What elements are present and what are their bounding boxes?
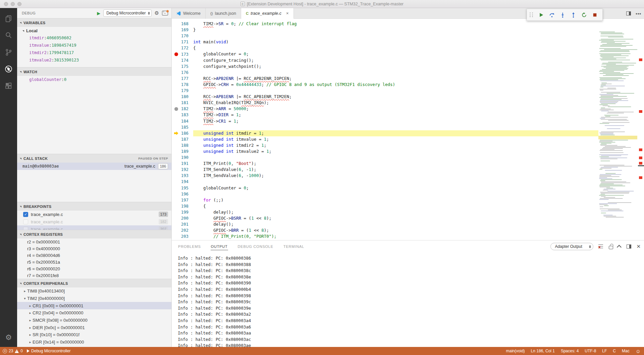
code-text[interactable]: ITM_Print(0, "Boot"); xyxy=(193,161,598,167)
code-text[interactable]: { xyxy=(193,203,598,209)
code-line[interactable]: 184 TIM2->CR1 = 1; xyxy=(172,118,598,124)
peripheral-register-row[interactable]: ▸SR [0x10] = 0x0000001f xyxy=(17,331,171,339)
variables-section-header[interactable]: VARIABLES xyxy=(17,18,171,27)
encoding[interactable]: UTF-8 xyxy=(585,349,596,353)
peripheral-row[interactable]: ▾TIM2 [0x40000000] xyxy=(17,295,171,302)
code-line[interactable]: 172{ xyxy=(172,45,598,51)
code-text[interactable]: ITM_SendValue(6, -1); xyxy=(193,167,598,173)
code-text[interactable]: globalCounter = 0; xyxy=(193,51,598,57)
settings-gear-icon[interactable]: ⚙ xyxy=(0,331,17,344)
output-channel-select[interactable]: Adapter Output xyxy=(550,243,593,250)
configure-gear-icon[interactable]: ⚙ xyxy=(155,10,159,16)
language-mode[interactable]: C xyxy=(613,349,616,353)
variable-row[interactable]: itmdir: 4066950602 xyxy=(17,34,171,42)
source-control-icon[interactable] xyxy=(0,44,17,60)
code-line[interactable]: 196 xyxy=(172,191,598,197)
panel-tab-problems[interactable]: PROBLEMS xyxy=(178,243,201,250)
code-line[interactable]: 181 NVIC_EnableIRQ(TIM2_IRQn); xyxy=(172,100,598,106)
chevron-down-icon[interactable]: ▾ xyxy=(22,297,27,300)
code-line[interactable]: 200 GPIOC->BSRR = (1 << 8); xyxy=(172,215,598,221)
code-line[interactable]: 199 delay(); xyxy=(172,209,598,215)
code-line[interactable]: 190 xyxy=(172,154,598,161)
code-line[interactable]: 198 { xyxy=(172,203,598,209)
code-text[interactable]: unsigned int itmdir = 1; xyxy=(193,130,598,136)
gutter[interactable] xyxy=(172,131,180,135)
code-line[interactable]: 194 xyxy=(172,179,598,185)
register-row[interactable]: r6 = 0x00000020 xyxy=(17,265,171,272)
code-text[interactable]: RCC->APB1ENR |= RCC_APB1ENR_TIM2EN; xyxy=(193,94,598,100)
indentation[interactable]: Spaces: 4 xyxy=(561,349,579,353)
code-text[interactable]: configure_tracing(); xyxy=(193,57,598,63)
code-text[interactable]: configure_watchpoint(); xyxy=(193,63,598,70)
code-text[interactable]: TIM2->DIER = 1; xyxy=(193,112,598,118)
code-line[interactable]: 203 // ITM_Print(0, "PORT0"); xyxy=(172,233,598,239)
variable-row[interactable]: itmvalue: 1898457419 xyxy=(17,42,171,49)
code-text[interactable]: TIM2->CR1 = 1; xyxy=(193,118,598,124)
watch-section-header[interactable]: WATCH xyxy=(17,67,171,76)
code-line[interactable]: 182 TIM2->ARR = 50000; xyxy=(172,106,598,112)
peripheral-register-row[interactable]: ▸EGR [0x14] = 0x00000000 xyxy=(17,339,171,346)
variable-row[interactable]: itmdir2: 1799478117 xyxy=(17,49,171,56)
code-text[interactable]: // ITM_Print(0, "PORT0"); xyxy=(193,233,598,239)
variables-scope-local[interactable]: Local xyxy=(17,27,171,34)
code-editor[interactable]: 168 TIM2->SR = 0; // Clear interrupt fla… xyxy=(172,19,644,240)
code-text[interactable]: GPIOC->BSRR = (1 << 8); xyxy=(193,215,598,221)
code-line[interactable]: 201 delay(); xyxy=(172,221,598,227)
code-text[interactable]: delay(); xyxy=(193,209,598,215)
code-line[interactable]: 171int main(void) xyxy=(172,39,598,45)
code-text[interactable]: GPIOC->CRH = 0x44444433; // GPIOC 8 and … xyxy=(193,82,598,88)
code-text[interactable]: GPIOC->BRR = (1 << 8); xyxy=(193,227,598,233)
register-row[interactable]: r3 = 0x40000000 xyxy=(17,245,171,252)
problems-status[interactable]: ✕ 23 0 xyxy=(3,349,23,353)
code-text[interactable]: unsigned int itmvalue = 1; xyxy=(193,136,598,142)
overview-ruler[interactable] xyxy=(637,30,644,240)
register-row[interactable]: r2 = 0x00000001 xyxy=(17,238,171,245)
code-line[interactable]: 175 configure_watchpoint(); xyxy=(172,63,598,70)
watch-expression-row[interactable]: globalCounter: 0 xyxy=(17,76,171,83)
code-line[interactable]: 183 TIM2->DIER = 1; xyxy=(172,112,598,118)
tab-launch-json[interactable]: {} launch.json xyxy=(206,8,241,19)
chevron-right-icon[interactable]: ▸ xyxy=(28,333,33,337)
code-text[interactable]: for (;;) xyxy=(193,197,598,203)
eol[interactable]: LF xyxy=(602,349,607,353)
tab-trace-example[interactable]: C trace_example.c × xyxy=(241,8,294,19)
code-line[interactable]: 202 GPIOC->BRR = (1 << 8); xyxy=(172,227,598,233)
breakpoint-checkbox[interactable]: ✓ xyxy=(23,212,28,217)
peripheral-register-row[interactable]: ▸SMCR [0x08] = 0x00000000 xyxy=(17,317,171,324)
code-line[interactable]: 180 RCC->APB1ENR |= RCC_APB1ENR_TIM2EN; xyxy=(172,94,598,100)
peripheral-register-row[interactable]: ▸CR1 [0x00] = 0x00000001 xyxy=(17,302,171,309)
code-line[interactable]: 189 unsigned int itmvalue2 = 1; xyxy=(172,148,598,154)
breakpoint-checkbox[interactable] xyxy=(23,219,28,224)
output-log[interactable]: Info : halted: PC: 0x08000386Info : halt… xyxy=(172,253,644,349)
gutter[interactable] xyxy=(172,107,180,111)
code-text[interactable]: int main(void) xyxy=(193,39,598,45)
code-line[interactable]: 169} xyxy=(172,27,598,33)
code-line[interactable]: 174 configure_tracing(); xyxy=(172,57,598,63)
code-line[interactable]: 177 RCC->APB2ENR |= RCC_APB2ENR_IOPCEN; xyxy=(172,76,598,82)
symbol-context[interactable]: main(void) xyxy=(506,349,525,353)
close-window-button[interactable] xyxy=(4,2,8,6)
code-line[interactable]: 179 xyxy=(172,88,598,94)
peripheral-register-row[interactable]: ▸DIER [0x0c] = 0x00000001 xyxy=(17,324,171,331)
minimize-window-button[interactable] xyxy=(11,2,15,6)
register-row[interactable]: r7 = 0x20001fe8 xyxy=(17,272,171,279)
restart-button[interactable] xyxy=(580,10,589,19)
register-row[interactable]: r5 = 0x2000051a xyxy=(17,259,171,265)
peripheral-row[interactable]: ▸TIM8 [0x40013400] xyxy=(17,287,171,295)
step-over-button[interactable] xyxy=(547,10,557,19)
code-line[interactable]: 197 for (;;) xyxy=(172,197,598,203)
split-panel-icon[interactable] xyxy=(627,245,631,249)
breakpoints-section-header[interactable]: BREAKPOINTS xyxy=(17,202,171,211)
code-text[interactable]: TIM2->SR = 0; // Clear interrupt flag xyxy=(193,21,598,27)
cursor-position[interactable]: Ln 186, Col 1 xyxy=(531,349,555,353)
register-row[interactable]: r4 = 0x080004d6 xyxy=(17,252,171,259)
code-line[interactable]: 170 xyxy=(172,33,598,39)
step-out-button[interactable] xyxy=(569,10,578,19)
unlock-icon[interactable] xyxy=(609,246,613,249)
gutter[interactable] xyxy=(172,52,180,56)
close-tab-icon[interactable]: × xyxy=(286,11,289,16)
debug-console-icon[interactable] xyxy=(162,11,168,15)
search-icon[interactable] xyxy=(0,27,17,44)
code-text[interactable]: NVIC_EnableIRQ(TIM2_IRQn); xyxy=(193,100,598,106)
split-editor-icon[interactable] xyxy=(626,11,631,15)
